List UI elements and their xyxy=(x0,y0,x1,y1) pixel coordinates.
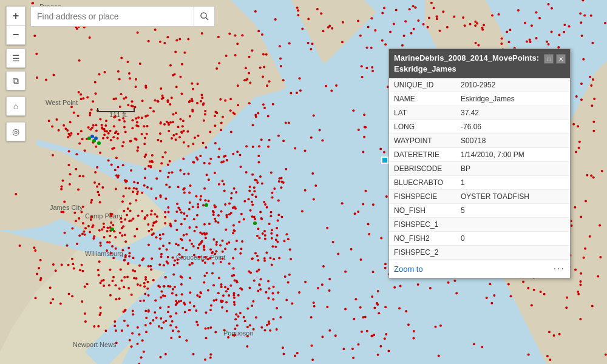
feature-popup: MarineDebris_2008_2014_MovePoints: Eskri… xyxy=(388,49,571,278)
zoom-in-button[interactable]: + xyxy=(6,6,25,25)
popup-field-label: WAYPOINT xyxy=(394,136,461,145)
svg-point-4 xyxy=(201,13,206,18)
popup-field-label: BLUECRABTO xyxy=(394,178,461,187)
layers-icon: ⧉ xyxy=(13,76,19,86)
popup-field-value: S00718 xyxy=(461,136,565,145)
popup-field-label: LONG xyxy=(394,123,461,131)
basemap-button[interactable]: ⧉ xyxy=(6,71,25,90)
compass-button[interactable]: ◎ xyxy=(6,122,25,141)
popup-field-value xyxy=(461,248,565,257)
popup-field-value: 1/14/2010, 7:00 PM xyxy=(461,150,565,159)
popup-body[interactable]: UNIQUE_ID2010-2952NAMEEskridge_JamesLAT3… xyxy=(389,78,570,260)
popup-row: LONG-76.06 xyxy=(389,120,570,134)
popup-row: FISHSPEC_2 xyxy=(389,246,570,260)
popup-row: UNIQUE_ID2010-2952 xyxy=(389,78,570,92)
zoom-out-button[interactable]: − xyxy=(6,25,25,45)
popup-field-value: 5 xyxy=(461,206,565,215)
popup-field-value: 0 xyxy=(461,234,565,243)
map-container[interactable]: Dragon West Point 111 ft. Camp Peary Jam… xyxy=(0,0,607,364)
popup-field-label: FISHSPEC_2 xyxy=(394,248,461,257)
svg-line-5 xyxy=(206,18,208,20)
popup-row: DEBRISCODEBP xyxy=(389,162,570,176)
popup-controls: □ ✕ xyxy=(544,54,566,64)
popup-field-value: 37.42 xyxy=(461,109,565,117)
popup-row: LAT37.42 xyxy=(389,106,570,120)
popup-field-value: 1 xyxy=(461,178,565,187)
popup-field-label: NAME xyxy=(394,95,461,103)
popup-field-label: NO_FISH2 xyxy=(394,234,461,243)
side-tools: ☰ ⧉ ⌂ ◎ xyxy=(6,49,25,141)
zoom-controls: + − xyxy=(6,6,25,45)
popup-row: NAMEEskridge_James xyxy=(389,92,570,106)
popup-field-value: BP xyxy=(461,164,565,173)
popup-field-label: FISHSPEC_1 xyxy=(394,220,461,229)
search-icon xyxy=(200,12,209,21)
popup-row: FISHSPECIEOYSTER TOADFISH xyxy=(389,190,570,204)
popup-field-label: UNIQUE_ID xyxy=(394,81,461,89)
list-layers-button[interactable]: ☰ xyxy=(6,49,25,68)
home-icon: ⌂ xyxy=(13,101,18,111)
list-icon: ☰ xyxy=(12,53,20,63)
search-button[interactable] xyxy=(194,6,215,27)
home-button[interactable]: ⌂ xyxy=(6,96,25,116)
more-options-button[interactable]: ··· xyxy=(554,263,565,274)
svg-point-1 xyxy=(76,200,118,231)
zoom-to-link[interactable]: Zoom to xyxy=(394,265,423,274)
popup-field-label: DEBRISCODE xyxy=(394,164,461,173)
popup-minimize-button[interactable]: □ xyxy=(544,54,554,64)
popup-field-label: FISHSPECIE xyxy=(394,192,461,201)
popup-field-label: DATERETRIE xyxy=(394,150,461,159)
popup-title: MarineDebris_2008_2014_MovePoints: Eskri… xyxy=(394,53,539,75)
popup-field-label: LAT xyxy=(394,109,461,117)
popup-row: NO_FISH5 xyxy=(389,204,570,218)
popup-row: WAYPOINTS00718 xyxy=(389,134,570,148)
popup-field-value: Eskridge_James xyxy=(461,95,565,103)
popup-field-value: -76.06 xyxy=(461,123,565,131)
popup-header: MarineDebris_2008_2014_MovePoints: Eskri… xyxy=(389,49,570,78)
popup-field-value: 2010-2952 xyxy=(461,81,565,89)
popup-field-value xyxy=(461,220,565,229)
compass-icon: ◎ xyxy=(12,127,19,136)
search-bar xyxy=(30,6,215,27)
popup-field-label: NO_FISH xyxy=(394,206,461,215)
popup-row: DATERETRIE1/14/2010, 7:00 PM xyxy=(389,148,570,162)
popup-row: FISHSPEC_1 xyxy=(389,218,570,232)
popup-close-button[interactable]: ✕ xyxy=(556,54,566,64)
search-input[interactable] xyxy=(30,6,194,27)
popup-row: BLUECRABTO1 xyxy=(389,176,570,190)
popup-footer: Zoom to ··· xyxy=(389,260,570,278)
popup-row: NO_FISH20 xyxy=(389,232,570,246)
popup-field-value: OYSTER TOADFISH xyxy=(461,192,565,201)
